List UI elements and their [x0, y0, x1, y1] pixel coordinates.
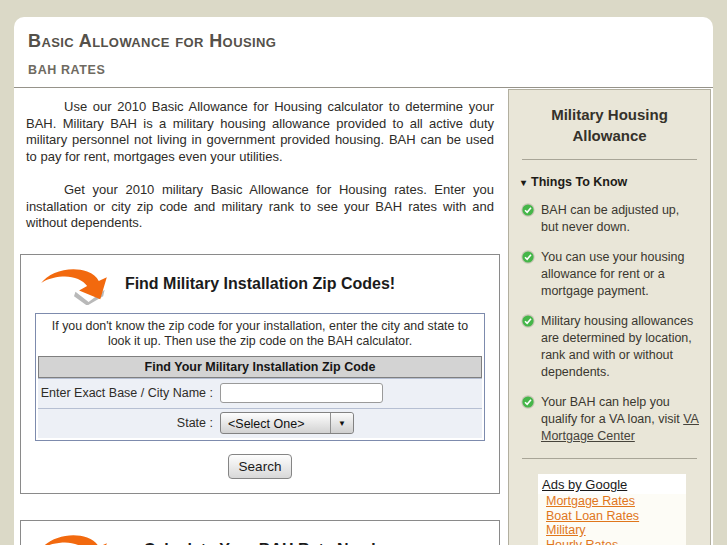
check-badge-icon	[521, 314, 535, 328]
check-badge-icon	[521, 395, 535, 409]
orange-swoosh-arrow-icon	[39, 533, 109, 545]
page-subtitle: BAH RATES	[28, 63, 699, 77]
orange-swoosh-arrow-icon	[39, 267, 109, 303]
zip-lookup-form: If you don't know the zip code for your …	[35, 313, 485, 441]
list-item: Military housing allowances are determin…	[521, 313, 700, 381]
ad-link[interactable]: Military	[546, 523, 686, 538]
search-button[interactable]: Search	[228, 454, 293, 479]
base-name-label: Enter Exact Base / City Name :	[38, 386, 220, 400]
list-item: BAH can be adjusted up, but never down.	[521, 202, 700, 236]
base-name-input[interactable]	[220, 383, 383, 403]
content-columns: Use our 2010 Basic Allowance for Housing…	[14, 88, 713, 545]
state-select-value: <Select One>	[221, 413, 330, 433]
triangle-down-icon[interactable]: ▾	[521, 177, 526, 188]
check-badge-icon	[521, 250, 535, 264]
things-to-know-toggle[interactable]: ▾Things To Know	[521, 175, 710, 189]
bah-calculator-head: Calculate Your BAH Rate Now!	[21, 533, 499, 545]
things-to-know-label: Things To Know	[531, 175, 627, 189]
sidebar-divider	[522, 159, 697, 160]
bah-calculator-box: Calculate Your BAH Rate Now! Basic Allow…	[20, 520, 500, 545]
content-container: Basic Allowance for Housing BAH RATES Us…	[14, 17, 713, 545]
state-label: State :	[38, 416, 220, 430]
zip-lookup-table-header: Find Your Military Installation Zip Code	[38, 356, 482, 378]
ads-by-google-unit: Ads by Google Mortgage Rates Boat Loan R…	[538, 474, 686, 545]
state-row: State : <Select One> ▼	[38, 408, 482, 438]
main-column: Use our 2010 Basic Allowance for Housing…	[14, 88, 504, 545]
intro-paragraph-2: Get your 2010 military Basic Allowance f…	[26, 182, 494, 232]
list-item: You can use your housing allowance for r…	[521, 249, 700, 300]
state-select[interactable]: <Select One> ▼	[220, 412, 354, 434]
base-name-row: Enter Exact Base / City Name :	[38, 378, 482, 408]
page-header: Basic Allowance for Housing BAH RATES	[14, 17, 713, 87]
check-badge-icon	[521, 203, 535, 217]
tip-text: BAH can be adjusted up, but never down.	[541, 203, 679, 234]
sidebar-title: Military Housing Allowance	[533, 104, 686, 146]
ads-by-google-link[interactable]: Ads by Google	[538, 474, 686, 494]
ad-link[interactable]: Boat Loan Rates	[546, 509, 686, 524]
tip-text: Your BAH can help you qualify for a VA l…	[541, 395, 683, 426]
tip-text: You can use your housing allowance for r…	[541, 250, 684, 298]
intro-paragraph-1: Use our 2010 Basic Allowance for Housing…	[26, 99, 494, 165]
sidebar: Military Housing Allowance ▾Things To Kn…	[508, 89, 711, 545]
page-title: Basic Allowance for Housing	[28, 31, 699, 52]
zip-lookup-instructions: If you don't know the zip code for your …	[36, 314, 484, 356]
sidebar-divider	[522, 458, 697, 459]
zip-lookup-head: Find Military Installation Zip Codes!	[21, 267, 499, 307]
zip-lookup-box: Find Military Installation Zip Codes! If…	[20, 254, 500, 494]
tip-text: Military housing allowances are determin…	[541, 314, 693, 379]
ad-link[interactable]: Mortgage Rates	[546, 494, 686, 509]
zip-lookup-rows: Enter Exact Base / City Name : State : <…	[38, 378, 482, 438]
chevron-down-icon[interactable]: ▼	[330, 413, 353, 433]
list-item: Your BAH can help you qualify for a VA l…	[521, 394, 700, 445]
ad-link[interactable]: Hourly Rates	[546, 538, 686, 545]
